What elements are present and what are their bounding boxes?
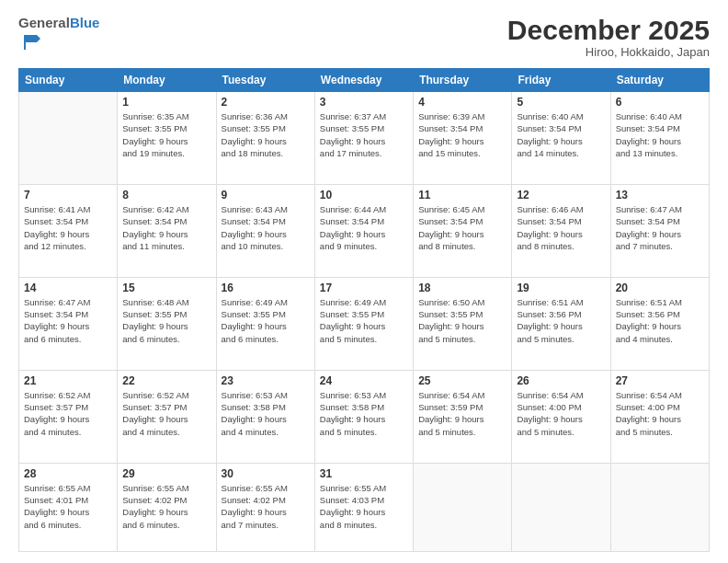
day-number: 5 [517, 96, 605, 109]
calendar-cell [19, 92, 118, 185]
calendar-cell: 25Sunrise: 6:54 AMSunset: 3:59 PMDayligh… [414, 370, 512, 463]
day-number: 23 [222, 374, 310, 387]
calendar-cell: 8Sunrise: 6:42 AMSunset: 3:54 PMDaylight… [118, 184, 216, 277]
day-info: Sunrise: 6:40 AMSunset: 3:54 PMDaylight:… [616, 110, 704, 159]
day-number: 26 [517, 374, 605, 387]
calendar-cell [512, 463, 610, 551]
day-info: Sunrise: 6:55 AMSunset: 4:02 PMDaylight:… [222, 482, 310, 531]
day-info: Sunrise: 6:51 AMSunset: 3:56 PMDaylight:… [616, 296, 704, 345]
calendar-table: Sunday Monday Tuesday Wednesday Thursday… [18, 68, 710, 552]
day-number: 20 [616, 282, 704, 294]
day-info: Sunrise: 6:37 AMSunset: 3:55 PMDaylight:… [320, 110, 408, 159]
calendar-week-row-1: 1Sunrise: 6:35 AMSunset: 3:55 PMDaylight… [19, 92, 710, 185]
calendar-cell: 12Sunrise: 6:46 AMSunset: 3:54 PMDayligh… [512, 184, 610, 277]
calendar-cell: 1Sunrise: 6:35 AMSunset: 3:55 PMDaylight… [118, 92, 216, 185]
calendar-cell: 9Sunrise: 6:43 AMSunset: 3:54 PMDaylight… [216, 184, 314, 277]
day-info: Sunrise: 6:48 AMSunset: 3:55 PMDaylight:… [122, 296, 210, 345]
day-info: Sunrise: 6:46 AMSunset: 3:54 PMDaylight:… [517, 203, 605, 252]
day-number: 29 [122, 467, 210, 480]
calendar-cell: 19Sunrise: 6:51 AMSunset: 3:56 PMDayligh… [512, 277, 610, 370]
col-saturday: Saturday [610, 69, 709, 92]
calendar-cell: 27Sunrise: 6:54 AMSunset: 4:00 PMDayligh… [610, 370, 709, 463]
day-number: 4 [418, 96, 506, 109]
calendar-cell: 24Sunrise: 6:53 AMSunset: 3:58 PMDayligh… [314, 370, 413, 463]
day-number: 14 [24, 282, 112, 294]
calendar-cell: 6Sunrise: 6:40 AMSunset: 3:54 PMDaylight… [610, 92, 709, 185]
day-info: Sunrise: 6:55 AMSunset: 4:01 PMDaylight:… [24, 482, 112, 531]
calendar-cell: 13Sunrise: 6:47 AMSunset: 3:54 PMDayligh… [610, 184, 709, 277]
day-info: Sunrise: 6:54 AMSunset: 3:59 PMDaylight:… [418, 389, 506, 438]
day-number: 7 [24, 189, 112, 201]
day-info: Sunrise: 6:50 AMSunset: 3:55 PMDaylight:… [418, 296, 506, 345]
day-number: 12 [517, 189, 605, 201]
calendar-cell: 16Sunrise: 6:49 AMSunset: 3:55 PMDayligh… [216, 277, 314, 370]
day-info: Sunrise: 6:54 AMSunset: 4:00 PMDaylight:… [616, 389, 704, 438]
logo: GeneralBlue [18, 15, 99, 53]
calendar-week-row-3: 14Sunrise: 6:47 AMSunset: 3:54 PMDayligh… [19, 277, 710, 370]
day-info: Sunrise: 6:35 AMSunset: 3:55 PMDaylight:… [122, 110, 210, 159]
col-monday: Monday [118, 69, 216, 92]
calendar-cell: 2Sunrise: 6:36 AMSunset: 3:55 PMDaylight… [216, 92, 314, 185]
day-info: Sunrise: 6:55 AMSunset: 4:02 PMDaylight:… [122, 482, 210, 531]
day-number: 25 [418, 374, 506, 387]
day-info: Sunrise: 6:55 AMSunset: 4:03 PMDaylight:… [320, 482, 408, 531]
day-info: Sunrise: 6:43 AMSunset: 3:54 PMDaylight:… [222, 203, 310, 252]
day-number: 3 [320, 96, 408, 109]
day-info: Sunrise: 6:36 AMSunset: 3:55 PMDaylight:… [222, 110, 310, 159]
calendar-cell: 11Sunrise: 6:45 AMSunset: 3:54 PMDayligh… [414, 184, 512, 277]
location: Hiroo, Hokkaido, Japan [507, 45, 710, 59]
day-number: 8 [122, 189, 210, 201]
day-info: Sunrise: 6:39 AMSunset: 3:54 PMDaylight:… [418, 110, 506, 159]
col-sunday: Sunday [19, 69, 118, 92]
page: GeneralBlue December 2025 Hiroo, Hokkaid… [0, 0, 728, 563]
day-number: 19 [517, 282, 605, 294]
col-friday: Friday [512, 69, 610, 92]
day-number: 28 [24, 467, 112, 480]
calendar-cell: 7Sunrise: 6:41 AMSunset: 3:54 PMDaylight… [19, 184, 118, 277]
calendar-cell: 5Sunrise: 6:40 AMSunset: 3:54 PMDaylight… [512, 92, 610, 185]
calendar-cell: 10Sunrise: 6:44 AMSunset: 3:54 PMDayligh… [314, 184, 413, 277]
calendar-week-row-2: 7Sunrise: 6:41 AMSunset: 3:54 PMDaylight… [19, 184, 710, 277]
logo-general: General [18, 15, 70, 30]
day-info: Sunrise: 6:49 AMSunset: 3:55 PMDaylight:… [222, 296, 310, 345]
day-number: 16 [222, 282, 310, 294]
day-info: Sunrise: 6:53 AMSunset: 3:58 PMDaylight:… [222, 389, 310, 438]
day-info: Sunrise: 6:42 AMSunset: 3:54 PMDaylight:… [122, 203, 210, 252]
header: GeneralBlue December 2025 Hiroo, Hokkaid… [18, 15, 710, 59]
day-info: Sunrise: 6:41 AMSunset: 3:54 PMDaylight:… [24, 203, 112, 252]
col-tuesday: Tuesday [216, 69, 314, 92]
svg-rect-1 [24, 35, 26, 50]
day-info: Sunrise: 6:51 AMSunset: 3:56 PMDaylight:… [517, 296, 605, 345]
day-number: 9 [222, 189, 310, 201]
day-info: Sunrise: 6:52 AMSunset: 3:57 PMDaylight:… [24, 389, 112, 438]
day-info: Sunrise: 6:47 AMSunset: 3:54 PMDaylight:… [616, 203, 704, 252]
calendar-header-row: Sunday Monday Tuesday Wednesday Thursday… [19, 69, 710, 92]
calendar-cell [414, 463, 512, 551]
day-number: 31 [320, 467, 408, 480]
day-number: 24 [320, 374, 408, 387]
day-info: Sunrise: 6:49 AMSunset: 3:55 PMDaylight:… [320, 296, 408, 345]
day-number: 17 [320, 282, 408, 294]
svg-marker-0 [24, 35, 40, 42]
calendar-week-row-4: 21Sunrise: 6:52 AMSunset: 3:57 PMDayligh… [19, 370, 710, 463]
day-info: Sunrise: 6:45 AMSunset: 3:54 PMDaylight:… [418, 203, 506, 252]
logo-blue: Blue [70, 15, 100, 30]
day-number: 10 [320, 189, 408, 201]
calendar-cell: 29Sunrise: 6:55 AMSunset: 4:02 PMDayligh… [118, 463, 216, 551]
title-block: December 2025 Hiroo, Hokkaido, Japan [507, 15, 710, 59]
day-info: Sunrise: 6:47 AMSunset: 3:54 PMDaylight:… [24, 296, 112, 345]
day-number: 21 [24, 374, 112, 387]
day-number: 30 [222, 467, 310, 480]
day-number: 1 [122, 96, 210, 109]
calendar-cell: 3Sunrise: 6:37 AMSunset: 3:55 PMDaylight… [314, 92, 413, 185]
day-info: Sunrise: 6:40 AMSunset: 3:54 PMDaylight:… [517, 110, 605, 159]
col-wednesday: Wednesday [314, 69, 413, 92]
day-number: 11 [418, 189, 506, 201]
calendar-cell: 26Sunrise: 6:54 AMSunset: 4:00 PMDayligh… [512, 370, 610, 463]
calendar-cell: 14Sunrise: 6:47 AMSunset: 3:54 PMDayligh… [19, 277, 118, 370]
day-number: 22 [122, 374, 210, 387]
day-number: 15 [122, 282, 210, 294]
day-info: Sunrise: 6:53 AMSunset: 3:58 PMDaylight:… [320, 389, 408, 438]
calendar-cell [610, 463, 709, 551]
calendar-cell: 22Sunrise: 6:52 AMSunset: 3:57 PMDayligh… [118, 370, 216, 463]
